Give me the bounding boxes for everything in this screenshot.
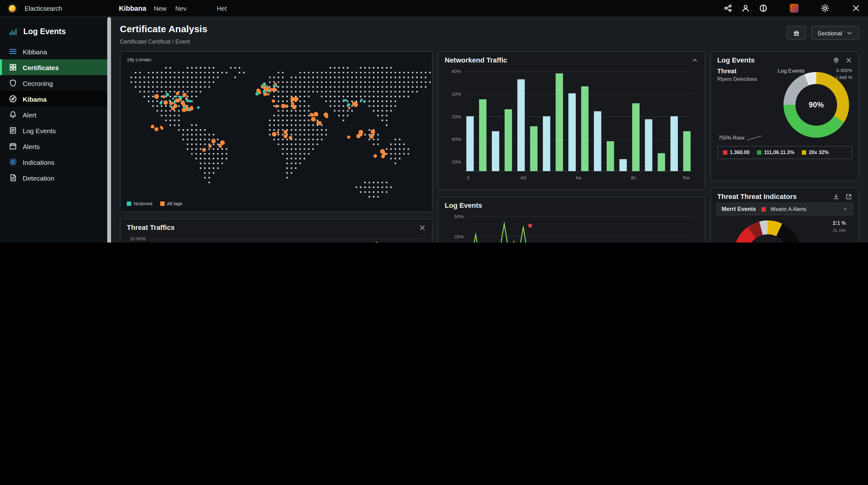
legend-swatch [160,201,164,206]
sidebar-title: Log Events [0,21,111,44]
sidebar-item-label: Alerts [23,142,40,150]
sidebar-item-label: Certificates [23,63,59,71]
sidebar-item-label: Kibama [23,95,47,103]
sidebar: Log Events KibbanaCertificatesCecroningK… [0,17,111,242]
sidebar-scrollbar[interactable] [107,17,111,242]
page-title: Certificate Analysis [120,23,207,34]
sidebar-item-indications[interactable]: Indications [0,154,111,170]
nav-label: Nev [175,5,187,12]
sidebar-item-label: Cecroning [23,79,53,87]
donut-legend-item: 1.360.00 [723,150,749,155]
chevron-down-icon [846,29,853,36]
donut-center-value: % [733,219,803,242]
panel-title: Threat Traffics [127,224,175,231]
map-title: 18y Lnmain [127,57,151,62]
donut-center-value: 90% [782,70,851,140]
indicator-legend-bar: Merrt Events Wsaric A Alerts [716,203,854,215]
bank-icon [793,29,800,36]
avatar[interactable] [789,3,799,13]
sidebar-item-kibbana[interactable]: Kibbana [0,44,111,59]
section-select[interactable]: Sectional [811,26,859,40]
chevron-down-icon[interactable] [776,6,781,11]
scrollbar-thumb[interactable] [107,17,111,242]
contrast-icon[interactable] [758,3,768,13]
topbar-nav-item[interactable]: Het [217,5,226,12]
bell-icon [9,111,17,119]
log-events-lines-panel: Log Events [438,196,705,242]
breadcrumb: Certificatel Certificat / Event [120,38,207,45]
panel-title: Log Events [717,56,755,64]
donut-callout: 755% Roox [718,135,762,141]
chevron-down-icon [203,6,208,11]
close-icon[interactable] [851,3,861,13]
donut-sublabel: Rtyers Detections [717,77,757,82]
gear-icon [9,158,17,166]
close-icon[interactable] [419,224,426,231]
sidebar-item-label: Kibbana [23,48,47,55]
log-events-chart [445,211,698,242]
compass-icon [9,95,17,103]
download-icon[interactable] [833,193,840,200]
world-map-canvas [121,52,432,211]
legend-label: 1.360.00 [730,150,749,155]
sidebar-item-label: Detecation [23,174,54,181]
app-window: Elacticsearch Kibbana NewNevHet Log Even… [0,0,868,242]
sidebar-menu: KibbanaCertificatesCecroningKibamaAlertL… [0,44,111,186]
calendar-icon [9,142,17,150]
contrast-icon [758,4,767,12]
chevron-up-icon[interactable] [691,57,698,63]
topbar-nav-item[interactable]: Nev [175,5,194,12]
page-header: Certificate Analysis Certificatel Certif… [120,23,859,45]
pin-icon[interactable] [833,57,840,63]
bank-button[interactable] [786,26,806,40]
legend-label: All lage [167,201,182,206]
world-map-panel: 18y Lnmain NctionedAll lage [120,51,433,212]
topbar-actions [723,3,861,13]
menu-icon [9,47,17,56]
main-content: Certificate Analysis Certificatel Certif… [111,17,868,242]
chevron-down-icon [185,201,190,206]
sidebar-item-kibama[interactable]: Kibama [0,91,111,107]
legend-label: 111,06.11.3% [764,150,794,155]
gear-icon[interactable] [820,3,830,13]
sidebar-item-certificates[interactable]: Certificates [0,59,111,75]
legend-swatch [127,201,131,206]
sidebar-item-cecroning[interactable]: Cecroning [0,75,111,91]
brand-text: Elacticsearch [25,5,62,12]
legend-swatch [723,150,727,155]
user-icon [741,4,750,12]
threat-indicators-panel: Threat Threat Indicators Merrt Events Ws… [710,188,859,242]
chevron-down-icon [189,6,194,11]
doc-icon [9,174,17,182]
map-legend-item[interactable]: All lage [160,201,190,206]
avatar [789,4,798,12]
external-link-icon[interactable] [845,193,852,200]
nav-label: Het [217,5,226,12]
topbar-nav-item[interactable] [203,6,208,11]
chevron-down-icon[interactable] [838,6,843,11]
topbar-nav-item[interactable]: New [154,5,166,12]
donut-legend: 1.360.00111,06.11.3%20x 32% [717,146,852,159]
close-icon[interactable] [845,57,852,63]
certificate-icon [9,63,17,72]
shield-icon [9,79,17,87]
app-name: Kibbana [119,4,146,12]
elasticsearch-logo [7,3,17,13]
legend-label: 20x 32% [809,150,829,155]
user-icon[interactable] [741,3,750,13]
threat-traffics-panel: Threat Traffics [120,219,433,242]
sidebar-item-detecation[interactable]: Detecation [0,170,111,186]
sidebar-item-label: Indications [23,158,54,166]
panel-title: Networkend Traffic [445,56,507,64]
sidebar-item-log-events[interactable]: Log Events [0,122,111,138]
chevron-down-icon[interactable] [807,6,812,11]
sidebar-item-alert[interactable]: Alert [0,107,111,122]
network-traffic-chart [445,66,698,182]
chevron-up-icon[interactable] [843,206,848,211]
map-legend-item: Nctioned [127,201,152,206]
log-events-donut-panel: Log Events Threat Rtyers Detections Log … [710,51,859,181]
sidebar-item-alerts[interactable]: Alerts [0,138,111,154]
share-icon[interactable] [723,3,733,13]
threat-traffics-chart [127,234,426,242]
panel-title: Log Events [445,201,482,209]
